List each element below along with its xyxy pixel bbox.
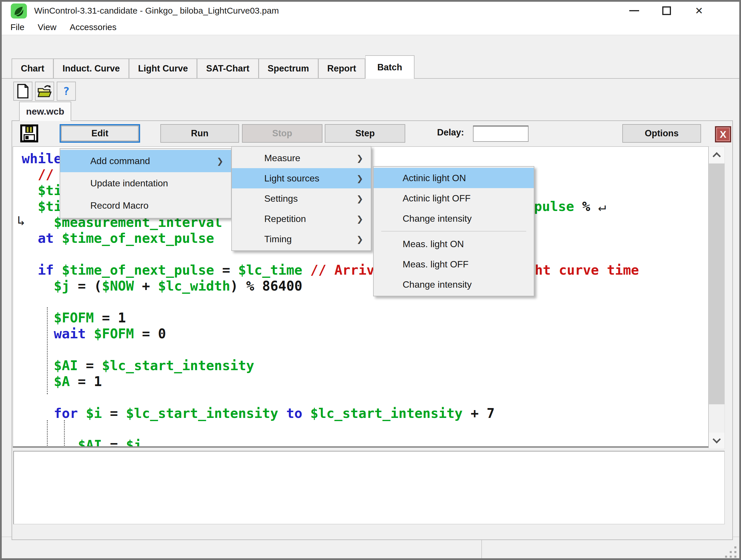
code-line: $A = 1: [22, 374, 102, 390]
new-file-icon: [16, 84, 29, 98]
add-command-menu-label: Measure: [264, 153, 300, 163]
edit-menu-label: Add command: [90, 156, 150, 166]
submenu-arrow-icon: ❯: [357, 153, 363, 163]
main-tab-strip: ChartInduct. CurveLight CurveSAT-ChartSp…: [12, 59, 414, 79]
edit-menu-item-update-indentation[interactable]: Update indentation: [60, 172, 231, 195]
light-sources-menu-item-meas-light-on[interactable]: Meas. light ON: [374, 234, 534, 254]
light-sources-menu-separator: [381, 231, 526, 231]
menu-bar: FileViewAccessories: [2, 20, 739, 35]
submenu-arrow-icon: ❯: [357, 173, 363, 183]
title-bar: WinControl-3.31-candidate - Ginkgo_ bilo…: [2, 2, 739, 20]
tab-chart[interactable]: Chart: [12, 59, 54, 79]
minimize-icon: [629, 10, 639, 11]
tab-light-curve[interactable]: Light Curve: [129, 59, 197, 79]
light-sources-menu-label: Meas. light OFF: [403, 259, 469, 270]
submenu-arrow-icon: ❯: [357, 234, 363, 244]
light-sources-menu-label: Actinic light ON: [403, 173, 466, 184]
delay-input[interactable]: [473, 126, 529, 142]
code-line: for $i = $lc_start_intensity to $lc_star…: [22, 406, 495, 421]
delay-label: Delay:: [437, 127, 464, 138]
submenu-arrow-icon: ❯: [357, 214, 363, 224]
options-button[interactable]: Options: [622, 124, 701, 143]
edit-menu-label: Record Macro: [90, 200, 148, 211]
status-divider: [481, 539, 482, 559]
code-line: at $time_of_next_pulse: [22, 230, 214, 246]
maximize-icon: [662, 6, 671, 15]
tab-sat-chart[interactable]: SAT-Chart: [197, 59, 259, 79]
new-file-button[interactable]: [13, 82, 32, 101]
stop-button[interactable]: Stop: [242, 124, 323, 143]
menubar-item-accessories[interactable]: Accessories: [70, 22, 117, 32]
scrollbar-thumb[interactable]: [709, 163, 725, 404]
menubar-item-view[interactable]: View: [38, 22, 56, 32]
minimize-button[interactable]: [621, 2, 647, 20]
add-command-menu-label: Settings: [264, 193, 298, 204]
edit-menu-item-record-macro[interactable]: Record Macro: [60, 195, 231, 217]
menubar-item-file[interactable]: File: [10, 22, 24, 32]
resize-grip[interactable]: [721, 544, 736, 558]
status-bar: [2, 537, 739, 560]
add-command-submenu: Measure❯Light sources❯Settings❯Repetitio…: [231, 146, 372, 251]
edit-button[interactable]: Edit: [60, 124, 140, 143]
code-line: pulse % ↵: [534, 199, 606, 214]
close-batch-button[interactable]: X: [715, 126, 731, 142]
add-command-menu-item-light-sources[interactable]: Light sources❯: [232, 168, 371, 189]
edit-button-label: Edit: [91, 128, 109, 139]
tab-report[interactable]: Report: [318, 59, 365, 79]
run-button-label: Run: [191, 128, 208, 139]
edit-menu-label: Update indentation: [90, 178, 168, 189]
close-batch-x-icon: X: [720, 129, 727, 140]
chevron-up-icon: [713, 152, 721, 160]
light-sources-menu-label: Actinic light OFF: [403, 193, 471, 204]
scrollbar-down-button[interactable]: [709, 433, 725, 449]
light-sources-menu-item-change-intensity[interactable]: Change intensity: [374, 208, 534, 229]
code-line: $AI = $lc_start_intensity: [22, 358, 254, 374]
code-line: $AI = $i: [22, 437, 142, 448]
code-line: if $time_of_next_pulse = $lc_time // Arr…: [22, 262, 639, 278]
light-sources-menu-item-meas-light-off[interactable]: Meas. light OFF: [374, 254, 534, 274]
step-button-label: Step: [355, 128, 375, 139]
tab-spectrum[interactable]: Spectrum: [259, 59, 318, 79]
light-sources-menu-label: Change intensity: [403, 279, 472, 290]
light-sources-submenu: Actinic light ONActinic light OFFChange …: [373, 166, 534, 296]
open-file-button[interactable]: [35, 82, 54, 101]
light-sources-menu-item-actinic-light-on[interactable]: Actinic light ON: [374, 168, 534, 188]
code-line: $j = ($NOW + $lc_width) % 86400: [22, 278, 302, 294]
window-title: WinControl-3.31-candidate - Ginkgo_ bilo…: [34, 6, 279, 16]
help-button[interactable]: ?: [57, 82, 76, 101]
options-button-label: Options: [645, 128, 678, 139]
tab-batch[interactable]: Batch: [365, 55, 414, 79]
stop-button-label: Stop: [272, 128, 292, 139]
batch-output-box[interactable]: [13, 451, 725, 524]
edit-menu-item-add-command[interactable]: Add command❯: [60, 150, 231, 172]
add-command-menu-item-settings[interactable]: Settings❯: [232, 189, 371, 209]
document-tab-new-wcb[interactable]: new.wcb: [19, 101, 71, 121]
add-command-menu-item-timing[interactable]: Timing❯: [232, 229, 371, 249]
step-button[interactable]: Step: [325, 124, 405, 143]
help-icon: ?: [63, 85, 70, 97]
scrollbar-up-button[interactable]: [709, 147, 725, 163]
document-tab-label: new.wcb: [26, 106, 64, 117]
submenu-arrow-icon: ❯: [357, 194, 363, 203]
add-command-menu-label: Timing: [264, 234, 292, 244]
add-command-menu-label: Light sources: [264, 173, 319, 184]
submenu-arrow-icon: ❯: [217, 156, 223, 166]
editor-scrollbar[interactable]: [709, 146, 725, 449]
edit-context-menu: Add command❯Update indentationRecord Mac…: [60, 148, 231, 218]
app-window: WinControl-3.31-candidate - Ginkgo_ bilo…: [0, 0, 741, 560]
light-sources-menu-item-actinic-light-off[interactable]: Actinic light OFF: [374, 188, 534, 208]
maximize-button[interactable]: [654, 2, 680, 20]
run-button[interactable]: Run: [160, 124, 239, 143]
chevron-down-icon: [713, 435, 721, 443]
tab-induct-curve[interactable]: Induct. Curve: [54, 59, 129, 79]
add-command-menu-item-repetition[interactable]: Repetition❯: [232, 209, 371, 229]
light-sources-menu-label: Change intensity: [403, 213, 472, 224]
light-sources-menu-label: Meas. light ON: [403, 239, 464, 250]
add-command-menu-label: Repetition: [264, 214, 306, 224]
add-command-menu-item-measure[interactable]: Measure❯: [232, 148, 371, 168]
close-button[interactable]: ✕: [686, 2, 712, 20]
save-button[interactable]: [20, 125, 38, 142]
app-leaf-icon: [10, 3, 28, 18]
light-sources-menu-item-change-intensity[interactable]: Change intensity: [374, 274, 534, 295]
close-icon: ✕: [695, 5, 703, 16]
